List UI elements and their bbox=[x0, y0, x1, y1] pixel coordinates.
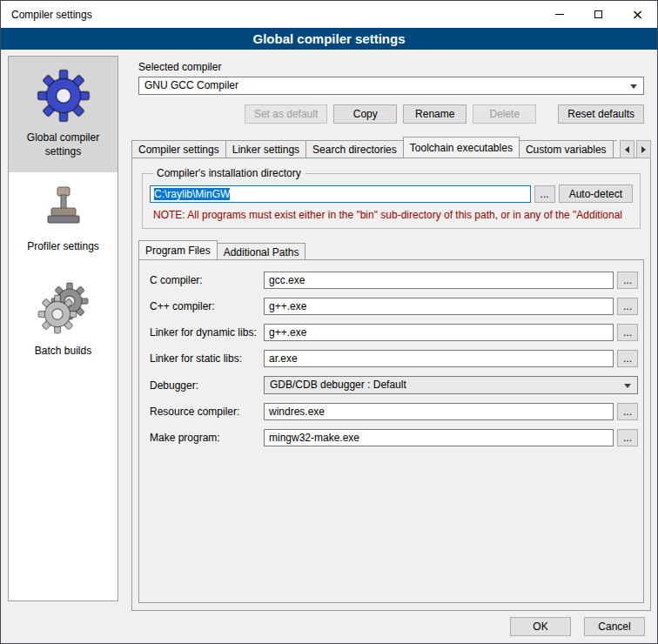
arrow-right-icon bbox=[641, 146, 646, 153]
tab-linker-settings[interactable]: Linker settings bbox=[225, 140, 306, 158]
field-label: Make program: bbox=[150, 432, 264, 444]
selected-compiler-dropdown[interactable]: GNU GCC Compiler bbox=[138, 77, 644, 95]
chevron-down-icon bbox=[624, 384, 631, 388]
tab-build-options[interactable]: Build options bbox=[613, 140, 617, 158]
dynamic-libs-linker-input[interactable] bbox=[264, 324, 614, 341]
close-icon: × bbox=[632, 8, 643, 22]
blue-gear-icon bbox=[37, 69, 91, 123]
toolchain-executables-panel: Compiler's installation directory C:\ray… bbox=[131, 158, 651, 611]
debugger-value: GDB/CDB debugger : Default bbox=[270, 379, 406, 391]
cpp-compiler-input[interactable] bbox=[264, 298, 614, 315]
arrow-left-icon bbox=[625, 146, 629, 153]
auto-detect-button[interactable]: Auto-detect bbox=[559, 184, 633, 203]
tab-search-directories[interactable]: Search directories bbox=[306, 140, 404, 158]
sidebar-item-label: Batch builds bbox=[35, 345, 91, 359]
settings-sidebar: Global compiler settings Profiler settin… bbox=[8, 56, 118, 601]
chevron-down-icon bbox=[630, 84, 637, 89]
field-label: Resource compiler: bbox=[150, 406, 264, 418]
sidebar-item-batch-builds[interactable]: Batch builds bbox=[9, 268, 118, 372]
minimize-button[interactable] bbox=[540, 2, 579, 28]
field-row-dynamic-linker: Linker for dynamic libs: ... bbox=[150, 324, 638, 341]
tab-scroll-left-button[interactable] bbox=[620, 140, 634, 158]
debugger-select[interactable]: GDB/CDB debugger : Default bbox=[264, 376, 638, 394]
cancel-button[interactable]: Cancel bbox=[584, 617, 645, 636]
selected-compiler-label: Selected compiler bbox=[138, 61, 651, 73]
installation-directory-row: C:\raylib\MinGW ... Auto-detect bbox=[150, 184, 633, 203]
c-compiler-input[interactable] bbox=[264, 272, 614, 289]
sidebar-item-label: Global compiler settings bbox=[11, 131, 115, 158]
sidebar-item-global-compiler-settings[interactable]: Global compiler settings bbox=[9, 57, 118, 172]
dialog-footer: OK Cancel bbox=[510, 617, 645, 636]
installation-directory-input[interactable]: C:\raylib\MinGW bbox=[150, 185, 531, 203]
window-title: Compiler settings bbox=[1, 9, 540, 21]
maximize-icon bbox=[594, 10, 602, 18]
note-text: NOTE: All programs must exist either in … bbox=[153, 209, 629, 221]
subtab-program-files[interactable]: Program Files bbox=[138, 240, 218, 260]
dynamic-linker-browse-button[interactable]: ... bbox=[617, 324, 638, 341]
installation-directory-group-title: Compiler's installation directory bbox=[153, 167, 305, 179]
sidebar-item-profiler-settings[interactable]: Profiler settings bbox=[9, 172, 118, 268]
field-label: C compiler: bbox=[150, 274, 264, 286]
make-program-input[interactable] bbox=[264, 429, 614, 446]
field-label: Debugger: bbox=[150, 379, 264, 392]
program-files-panel: C compiler: ... C++ compiler: ... Linker… bbox=[138, 259, 644, 603]
delete-button[interactable]: Delete bbox=[473, 104, 536, 124]
program-files-tabstrip: Program Files Additional Paths bbox=[138, 240, 644, 260]
profiler-tool-icon bbox=[41, 184, 86, 231]
make-program-browse-button[interactable]: ... bbox=[617, 429, 638, 446]
settings-tabstrip: Compiler settings Linker settings Search… bbox=[131, 137, 651, 158]
c-compiler-browse-button[interactable]: ... bbox=[617, 272, 638, 289]
field-row-static-linker: Linker for static libs: ... bbox=[150, 350, 638, 367]
maximize-button[interactable] bbox=[579, 2, 618, 28]
gray-gears-icon bbox=[36, 280, 91, 336]
field-row-c-compiler: C compiler: ... bbox=[150, 272, 638, 289]
field-label: C++ compiler: bbox=[150, 300, 264, 312]
tab-scroll-buttons bbox=[620, 140, 651, 158]
minimize-icon bbox=[555, 14, 564, 15]
tab-scroll-right-button[interactable] bbox=[636, 140, 651, 158]
close-button[interactable]: × bbox=[618, 2, 657, 28]
copy-button[interactable]: Copy bbox=[333, 104, 397, 124]
main-panel: Selected compiler GNU GCC Compiler Set a… bbox=[131, 56, 651, 611]
page-title: Global compiler settings bbox=[1, 28, 657, 50]
field-row-make-program: Make program: ... bbox=[150, 429, 638, 446]
field-label: Linker for static libs: bbox=[150, 352, 264, 365]
selected-compiler-value: GNU GCC Compiler bbox=[144, 79, 238, 91]
rename-button[interactable]: Rename bbox=[403, 104, 467, 124]
compiler-settings-window: Compiler settings × Global compiler sett… bbox=[0, 0, 658, 644]
tab-compiler-settings[interactable]: Compiler settings bbox=[131, 140, 226, 158]
field-label: Linker for dynamic libs: bbox=[150, 326, 264, 339]
set-as-default-button[interactable]: Set as default bbox=[245, 104, 327, 124]
titlebar: Compiler settings × bbox=[1, 1, 657, 28]
ok-button[interactable]: OK bbox=[510, 617, 571, 636]
resource-compiler-browse-button[interactable]: ... bbox=[617, 403, 638, 420]
tabs-scroll-area: Compiler settings Linker settings Search… bbox=[131, 137, 617, 158]
static-linker-browse-button[interactable]: ... bbox=[617, 350, 638, 367]
static-libs-linker-input[interactable] bbox=[264, 350, 614, 367]
tab-custom-variables[interactable]: Custom variables bbox=[519, 140, 614, 158]
compiler-actions: Set as default Copy Rename Delete Reset … bbox=[138, 104, 644, 124]
directory-browse-button[interactable]: ... bbox=[534, 185, 555, 203]
installation-directory-group: Compiler's installation directory C:\ray… bbox=[142, 167, 641, 229]
cpp-compiler-browse-button[interactable]: ... bbox=[617, 298, 638, 315]
tab-toolchain-executables[interactable]: Toolchain executables bbox=[403, 137, 520, 158]
selected-text: C:\raylib\MinGW bbox=[154, 188, 230, 200]
field-row-debugger: Debugger: GDB/CDB debugger : Default bbox=[150, 376, 638, 394]
resource-compiler-input[interactable] bbox=[264, 403, 614, 420]
field-row-resource-compiler: Resource compiler: ... bbox=[150, 403, 638, 420]
field-row-cpp-compiler: C++ compiler: ... bbox=[150, 298, 638, 315]
reset-defaults-button[interactable]: Reset defaults bbox=[558, 104, 644, 124]
sidebar-item-label: Profiler settings bbox=[27, 240, 99, 254]
subtab-additional-paths[interactable]: Additional Paths bbox=[217, 243, 306, 260]
